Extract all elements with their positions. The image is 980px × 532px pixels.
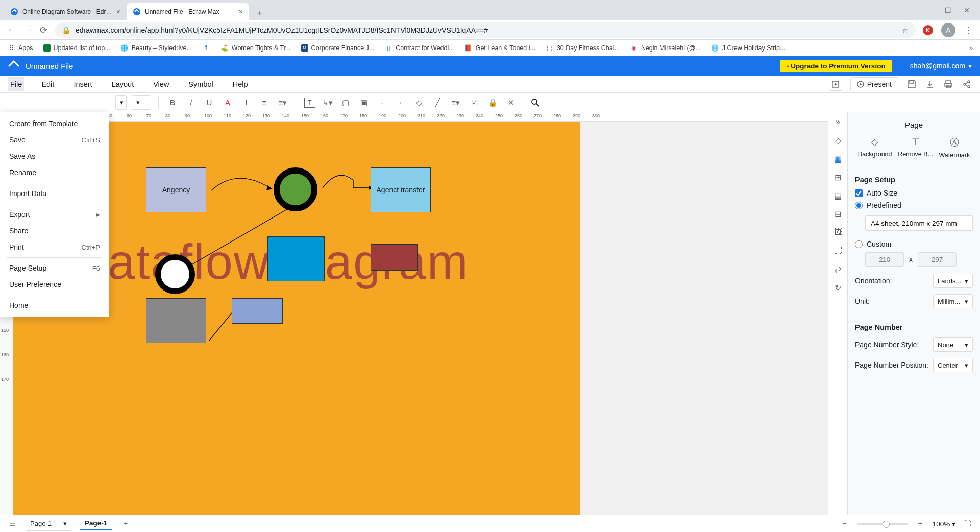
arrow-connector[interactable] xyxy=(317,170,379,196)
font-color-button[interactable]: A xyxy=(221,96,234,109)
zoom-slider[interactable] xyxy=(857,523,908,525)
fill-button[interactable]: ◇ xyxy=(412,96,426,109)
send-back-button[interactable]: ▣ xyxy=(357,96,371,109)
download-icon[interactable] xyxy=(925,79,935,89)
menu-help[interactable]: Help xyxy=(231,77,250,91)
menu-save-as[interactable]: Save As xyxy=(0,148,109,164)
menu-print[interactable]: PrintCtrl+P xyxy=(0,239,109,255)
data-panel-icon[interactable]: ⊟ xyxy=(832,208,844,220)
menu-save[interactable]: SaveCtrl+S xyxy=(0,132,109,148)
menu-import-data[interactable]: Import Data xyxy=(0,185,109,202)
bookmark-item[interactable]: ◉Negin Mirsalehi (@... xyxy=(630,44,701,52)
menu-home[interactable]: Home xyxy=(0,297,109,313)
pn-pos-select[interactable]: Center▾ xyxy=(933,358,973,372)
shape-periwinkle-box[interactable] xyxy=(232,298,283,324)
shape-blue-box[interactable] xyxy=(267,236,325,281)
apps-bookmark[interactable]: ⠿Apps xyxy=(7,44,33,52)
shape-gray-box[interactable] xyxy=(146,298,206,343)
menu-edit[interactable]: Edit xyxy=(39,77,56,91)
save-icon[interactable] xyxy=(906,79,917,89)
tree-panel-icon[interactable]: ⛶ xyxy=(832,245,844,256)
upgrade-button[interactable]: Upgrade to Premium Version xyxy=(780,60,892,72)
menu-file[interactable]: File xyxy=(8,77,24,91)
shadow-button[interactable]: ☑ xyxy=(468,96,481,109)
minimize-icon[interactable]: — xyxy=(925,6,933,14)
bring-front-button[interactable]: ▢ xyxy=(339,96,352,109)
star-icon[interactable]: ☆ xyxy=(902,26,909,34)
chrome-menu-icon[interactable]: ⋮ xyxy=(964,25,973,36)
text-case-button[interactable]: T̲ xyxy=(239,96,253,109)
text-tool-button[interactable]: T xyxy=(304,98,315,108)
arrow-connector[interactable] xyxy=(206,173,283,198)
unit-select[interactable]: Millim...▾ xyxy=(933,294,973,308)
align-objects-button[interactable]: ⫞ xyxy=(376,96,389,109)
predefined-radio[interactable]: Predefined xyxy=(855,201,973,209)
close-icon[interactable]: × xyxy=(116,8,120,16)
close-window-icon[interactable]: ✕ xyxy=(964,6,970,14)
shape-transfer-box[interactable]: Agenct transfer xyxy=(371,167,431,212)
connector-button[interactable]: ↳▾ xyxy=(321,96,334,109)
user-menu[interactable]: shah@gmail.com▾ xyxy=(910,62,972,70)
height-input[interactable] xyxy=(918,252,957,267)
page-selector[interactable]: Page-1▾ xyxy=(26,517,71,531)
search-button[interactable] xyxy=(529,96,542,109)
browser-tab-1[interactable]: Online Diagram Software - Edraw × xyxy=(4,3,127,20)
menu-symbol[interactable]: Symbol xyxy=(186,77,215,91)
layers-panel-icon[interactable]: ▤ xyxy=(832,190,844,201)
canvas[interactable]: ataflow diagram Angency Agenct transfer xyxy=(13,122,805,515)
extension-icon[interactable]: K xyxy=(923,25,933,35)
page-tab-1[interactable]: Page-1 xyxy=(80,517,112,530)
zoom-out-button[interactable]: − xyxy=(840,519,850,529)
menu-create-template[interactable]: Create from Template xyxy=(0,115,109,132)
font-size-select[interactable]: ▾ xyxy=(115,95,127,110)
forward-button[interactable]: → xyxy=(23,25,33,35)
italic-button[interactable]: I xyxy=(184,96,198,109)
file-name[interactable]: Unnamed File xyxy=(26,62,774,70)
browser-tab-2[interactable]: Unnamed File - Edraw Max × xyxy=(127,3,249,20)
bold-button[interactable]: B xyxy=(166,96,179,109)
bookmarks-overflow[interactable]: » xyxy=(969,44,973,52)
page-panel-icon[interactable]: ▦ xyxy=(832,153,844,164)
distribute-button[interactable]: ⫠ xyxy=(394,96,407,109)
back-button[interactable]: ← xyxy=(7,25,16,35)
present-button[interactable]: Present xyxy=(850,77,898,91)
share-icon[interactable] xyxy=(962,79,972,89)
predefined-size-select[interactable] xyxy=(865,215,973,231)
tools-button[interactable]: ✕ xyxy=(504,96,518,109)
bookmark-item[interactable]: MCorporate Finance J... xyxy=(301,44,375,52)
shape-red-box[interactable] xyxy=(371,244,418,271)
fill-panel-icon[interactable]: ◇ xyxy=(832,135,844,146)
shuffle-icon[interactable]: ⇄ xyxy=(832,263,844,275)
bookmark-item[interactable]: 📕Get Lean & Toned i... xyxy=(464,44,535,52)
reload-button[interactable]: ⟳ xyxy=(40,25,47,36)
menu-rename[interactable]: Rename xyxy=(0,164,109,181)
bookmark-item[interactable]: ⬚30 Day Fitness Chal... xyxy=(546,44,620,52)
bookmark-item[interactable]: Updated list of top... xyxy=(43,44,110,52)
background-button[interactable]: ◇Background xyxy=(858,136,892,159)
bookmark-item[interactable]: ▯Contract for Weddi... xyxy=(384,44,454,52)
shape-green-circle[interactable] xyxy=(274,167,317,211)
align-button[interactable]: ≡ xyxy=(258,96,271,109)
menu-user-preference[interactable]: User Preference xyxy=(0,276,109,293)
profile-avatar[interactable]: A xyxy=(941,23,955,37)
new-tab-button[interactable]: + xyxy=(252,6,266,20)
width-input[interactable] xyxy=(865,252,904,267)
close-icon[interactable]: × xyxy=(239,8,243,16)
menu-page-setup[interactable]: Page SetupF6 xyxy=(0,260,109,276)
fullscreen-button[interactable]: ⛶ xyxy=(963,519,973,529)
zoom-in-button[interactable]: + xyxy=(915,519,925,529)
slideshow-button[interactable] xyxy=(829,78,842,91)
add-page-button[interactable]: + xyxy=(120,519,131,529)
underline-button[interactable]: U xyxy=(203,96,216,109)
shapes-panel-icon[interactable]: ⊞ xyxy=(832,172,844,183)
history-panel-icon[interactable]: ↻ xyxy=(832,282,844,293)
remove-bg-button[interactable]: ⊤Remove B... xyxy=(898,136,933,159)
zoom-level[interactable]: 100% ▾ xyxy=(933,520,955,528)
line-spacing-button[interactable]: ≡▾ xyxy=(276,96,289,109)
watermark-button[interactable]: ⒶWatermark xyxy=(939,136,970,159)
bookmark-item[interactable]: ⛳Women Tights & Tr... xyxy=(220,44,291,52)
print-icon[interactable] xyxy=(943,79,953,89)
orientation-select[interactable]: Lands...▾ xyxy=(933,274,973,288)
auto-size-checkbox[interactable]: Auto Size xyxy=(855,189,973,197)
pages-icon[interactable]: ▭ xyxy=(7,519,17,529)
